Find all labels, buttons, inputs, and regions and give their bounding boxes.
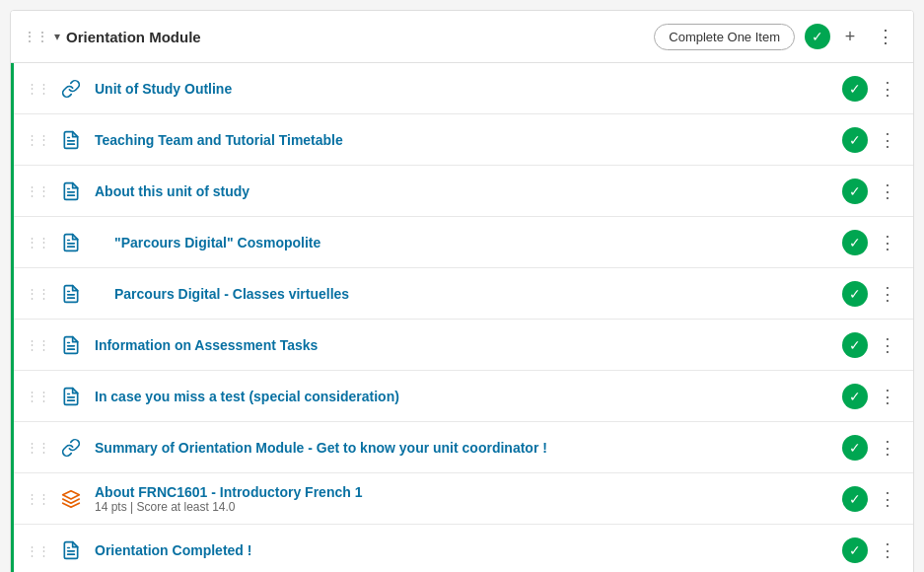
add-item-button[interactable]: + xyxy=(834,21,866,52)
item-more-button[interactable]: ⋮ xyxy=(874,75,901,103)
item-more-button[interactable]: ⋮ xyxy=(874,229,901,256)
item-label[interactable]: Orientation Completed ! xyxy=(95,542,842,558)
item-actions: ✓ ⋮ xyxy=(842,485,901,513)
item-label[interactable]: Summary of Orientation Module - Get to k… xyxy=(95,440,842,456)
module-more-button[interactable]: ⋮ xyxy=(870,21,901,52)
item-drag-handle[interactable]: ⋮⋮ xyxy=(26,389,49,403)
item-icon-page xyxy=(57,383,85,410)
list-item: ⋮⋮ Orientation Completed ! ✓ ⋮ xyxy=(14,525,913,572)
item-actions: ✓ ⋮ xyxy=(842,383,901,410)
item-complete-check[interactable]: ✓ xyxy=(842,486,868,512)
item-icon-page xyxy=(57,280,85,308)
list-item: ⋮⋮ Information on Assessment Tasks ✓ ⋮ xyxy=(14,320,913,371)
item-actions: ✓ ⋮ xyxy=(842,331,901,359)
check-icon: ✓ xyxy=(812,29,823,44)
item-more-button[interactable]: ⋮ xyxy=(874,434,901,462)
item-label[interactable]: About this unit of study xyxy=(95,183,842,199)
header-drag-handle[interactable]: ⋮⋮ xyxy=(23,29,48,44)
item-drag-handle[interactable]: ⋮⋮ xyxy=(26,132,49,147)
complete-one-item-button[interactable]: Complete One Item xyxy=(654,24,795,50)
item-label[interactable]: Parcours Digital - Classes virtuelles xyxy=(114,286,842,302)
item-actions: ✓ ⋮ xyxy=(842,536,901,564)
item-drag-handle[interactable]: ⋮⋮ xyxy=(26,337,49,352)
item-drag-handle[interactable]: ⋮⋮ xyxy=(26,543,49,558)
item-more-button[interactable]: ⋮ xyxy=(874,178,901,205)
item-icon-page xyxy=(57,178,85,205)
item-complete-check[interactable]: ✓ xyxy=(842,435,868,461)
item-sub-label: 14 pts | Score at least 14.0 xyxy=(95,500,842,514)
item-label[interactable]: In case you miss a test (special conside… xyxy=(95,389,842,404)
item-actions: ✓ ⋮ xyxy=(842,126,901,154)
item-label[interactable]: "Parcours Digital" Cosmopolite xyxy=(114,235,842,250)
check-icon: ✓ xyxy=(849,337,861,353)
item-actions: ✓ ⋮ xyxy=(842,280,901,308)
check-icon: ✓ xyxy=(849,286,861,302)
item-drag-handle[interactable]: ⋮⋮ xyxy=(26,491,49,506)
item-drag-handle[interactable]: ⋮⋮ xyxy=(26,235,49,250)
item-icon-page xyxy=(57,126,85,154)
item-actions: ✓ ⋮ xyxy=(842,178,901,205)
check-icon: ✓ xyxy=(849,389,861,404)
list-item: ⋮⋮ Unit of Study Outline ✓ ⋮ xyxy=(14,63,913,114)
list-item: ⋮⋮ About FRNC1601 - Introductory French … xyxy=(14,473,913,525)
list-item: ⋮⋮ "Parcours Digital" Cosmopolite ✓ ⋮ xyxy=(14,217,913,268)
check-icon: ✓ xyxy=(849,183,861,199)
check-icon: ✓ xyxy=(849,235,861,250)
header-actions: Complete One Item ✓ + ⋮ xyxy=(654,21,901,52)
item-icon-link xyxy=(57,434,85,462)
check-icon: ✓ xyxy=(849,132,861,148)
item-complete-check[interactable]: ✓ xyxy=(842,76,868,102)
item-complete-check[interactable]: ✓ xyxy=(842,537,868,563)
item-complete-check[interactable]: ✓ xyxy=(842,127,868,153)
item-more-button[interactable]: ⋮ xyxy=(874,485,901,513)
item-more-button[interactable]: ⋮ xyxy=(874,536,901,564)
item-complete-check[interactable]: ✓ xyxy=(842,332,868,358)
more-icon: ⋮ xyxy=(877,26,894,47)
item-label[interactable]: Information on Assessment Tasks xyxy=(95,337,842,353)
item-icon-assignment xyxy=(57,485,85,513)
item-list: ⋮⋮ Unit of Study Outline ✓ ⋮ ⋮⋮ Teaching… xyxy=(11,63,913,572)
module-title: Orientation Module xyxy=(66,29,654,45)
item-drag-handle[interactable]: ⋮⋮ xyxy=(26,286,49,301)
list-item: ⋮⋮ Parcours Digital - Classes virtuelles… xyxy=(14,268,913,320)
item-drag-handle[interactable]: ⋮⋮ xyxy=(26,440,49,455)
header-complete-check[interactable]: ✓ xyxy=(805,24,830,49)
check-icon: ✓ xyxy=(849,491,861,507)
item-label[interactable]: Teaching Team and Tutorial Timetable xyxy=(95,132,842,148)
item-icon-link xyxy=(57,75,85,103)
item-icon-page xyxy=(57,331,85,359)
orientation-module: ⋮⋮ ▾ Orientation Module Complete One Ite… xyxy=(10,10,914,572)
item-complete-check[interactable]: ✓ xyxy=(842,179,868,204)
collapse-arrow[interactable]: ▾ xyxy=(54,30,60,43)
list-item: ⋮⋮ Summary of Orientation Module - Get t… xyxy=(14,422,913,473)
item-label[interactable]: About FRNC1601 - Introductory French 114… xyxy=(95,484,842,514)
item-more-button[interactable]: ⋮ xyxy=(874,383,901,410)
item-more-button[interactable]: ⋮ xyxy=(874,331,901,359)
item-label[interactable]: Unit of Study Outline xyxy=(95,81,842,97)
item-drag-handle[interactable]: ⋮⋮ xyxy=(26,81,49,96)
item-icon-page xyxy=(57,229,85,256)
list-item: ⋮⋮ Teaching Team and Tutorial Timetable … xyxy=(14,114,913,166)
item-more-button[interactable]: ⋮ xyxy=(874,126,901,154)
module-header: ⋮⋮ ▾ Orientation Module Complete One Ite… xyxy=(11,11,913,63)
list-item: ⋮⋮ In case you miss a test (special cons… xyxy=(14,371,913,422)
item-actions: ✓ ⋮ xyxy=(842,434,901,462)
item-actions: ✓ ⋮ xyxy=(842,229,901,256)
check-icon: ✓ xyxy=(849,440,861,456)
check-icon: ✓ xyxy=(849,542,861,558)
item-complete-check[interactable]: ✓ xyxy=(842,230,868,255)
item-more-button[interactable]: ⋮ xyxy=(874,280,901,308)
item-icon-page xyxy=(57,536,85,564)
item-complete-check[interactable]: ✓ xyxy=(842,384,868,409)
check-icon: ✓ xyxy=(849,81,861,97)
list-item: ⋮⋮ About this unit of study ✓ ⋮ xyxy=(14,166,913,217)
item-drag-handle[interactable]: ⋮⋮ xyxy=(26,183,49,198)
item-actions: ✓ ⋮ xyxy=(842,75,901,103)
item-complete-check[interactable]: ✓ xyxy=(842,281,868,307)
